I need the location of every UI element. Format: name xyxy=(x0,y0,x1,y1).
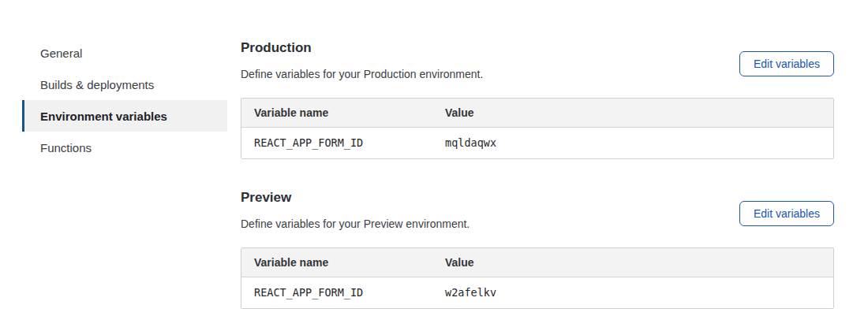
table-header-row: Variable name Value xyxy=(241,99,833,128)
table-row: REACT_APP_FORM_ID w2afelkv xyxy=(241,277,833,308)
edit-variables-button-production[interactable]: Edit variables xyxy=(739,51,834,76)
sidebar-item-builds-deployments[interactable]: Builds & deployments xyxy=(22,69,227,100)
sidebar-item-label: General xyxy=(40,46,82,60)
preview-variables-table: Variable name Value REACT_APP_FORM_ID w2… xyxy=(241,247,834,309)
sidebar-item-label: Builds & deployments xyxy=(40,78,154,91)
variable-value-cell: w2afelkv xyxy=(432,277,833,308)
edit-variables-button-preview[interactable]: Edit variables xyxy=(739,201,834,226)
sidebar-item-functions[interactable]: Functions xyxy=(22,132,227,163)
column-header-variable-name: Variable name xyxy=(241,99,432,128)
production-variables-table: Variable name Value REACT_APP_FORM_ID mq… xyxy=(241,98,834,159)
column-header-variable-name: Variable name xyxy=(241,248,432,277)
variable-name-cell: REACT_APP_FORM_ID xyxy=(241,128,432,158)
sidebar-item-label: Environment variables xyxy=(40,110,167,123)
sidebar-item-label: Functions xyxy=(40,141,92,154)
variable-value-cell: mqldaqwx xyxy=(432,128,833,158)
active-indicator xyxy=(22,100,24,132)
production-section: Production Define variables for your Pro… xyxy=(241,35,834,159)
preview-section: Preview Define variables for your Previe… xyxy=(241,184,834,309)
sidebar-item-general[interactable]: General xyxy=(22,37,227,69)
sidebar-item-environment-variables[interactable]: Environment variables xyxy=(22,100,227,132)
settings-sidebar: General Builds & deployments Environment… xyxy=(22,37,227,163)
column-header-value: Value xyxy=(432,99,833,128)
variable-name-cell: REACT_APP_FORM_ID xyxy=(241,277,432,308)
table-header-row: Variable name Value xyxy=(241,248,833,277)
table-row: REACT_APP_FORM_ID mqldaqwx xyxy=(241,128,833,158)
column-header-value: Value xyxy=(432,248,833,277)
environment-variables-panel: Production Define variables for your Pro… xyxy=(241,35,834,309)
